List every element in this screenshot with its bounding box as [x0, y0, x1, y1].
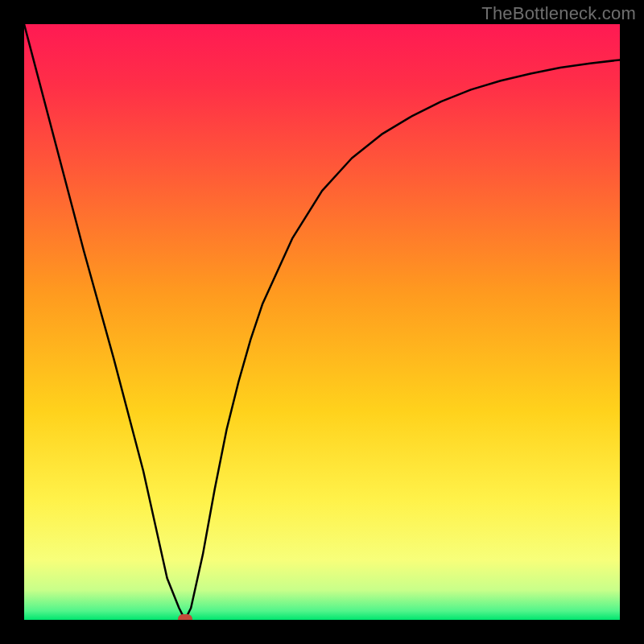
plot-area: [24, 24, 620, 620]
optimal-point-marker: [178, 614, 192, 620]
bottleneck-curve: [24, 24, 620, 620]
watermark-text: TheBottleneck.com: [481, 3, 636, 24]
chart-frame: TheBottleneck.com: [0, 0, 644, 644]
